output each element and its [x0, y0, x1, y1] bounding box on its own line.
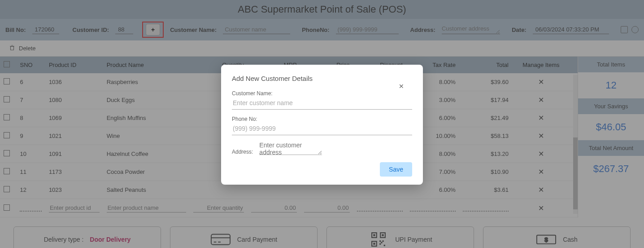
- modal-address-input[interactable]: [259, 142, 322, 155]
- close-icon[interactable]: ✕: [399, 83, 404, 90]
- modal-phone-input[interactable]: [232, 122, 412, 135]
- modal-title: Add New Customer Details: [232, 75, 412, 82]
- modal-name-label: Customer Name:: [232, 90, 412, 97]
- modal-overlay[interactable]: Add New Customer Details ✕ Customer Name…: [0, 0, 644, 248]
- modal-phone-label: Phone No:: [232, 116, 412, 122]
- modal-address-label: Address:: [232, 149, 253, 155]
- add-customer-modal: Add New Customer Details ✕ Customer Name…: [221, 65, 423, 185]
- modal-name-input[interactable]: [232, 97, 412, 110]
- save-button[interactable]: Save: [380, 162, 412, 177]
